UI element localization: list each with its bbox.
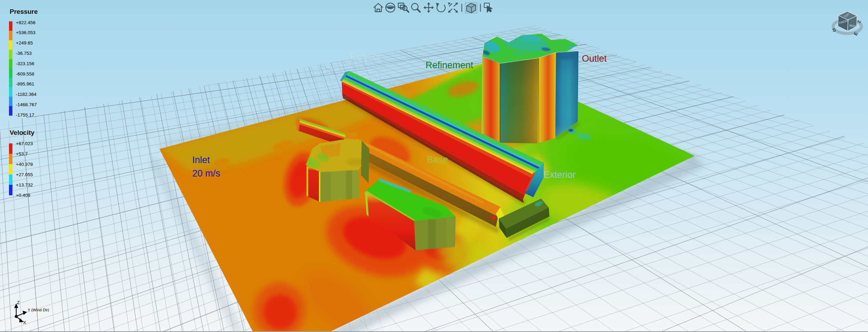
- svg-text:-609.558: -609.558: [16, 71, 34, 77]
- svg-text:Y (Wind Dir): Y (Wind Dir): [28, 308, 49, 312]
- svg-text:+822.456: +822.456: [16, 20, 36, 25]
- svg-text:+13.732: +13.732: [16, 182, 33, 188]
- svg-text:20 m/s: 20 m/s: [192, 168, 220, 179]
- svg-text:Pressure: Pressure: [10, 8, 38, 15]
- svg-text:Outlet: Outlet: [582, 53, 607, 64]
- svg-text:Base: Base: [427, 154, 448, 165]
- svg-text:+249.65: +249.65: [16, 40, 33, 46]
- svg-text:Refinement: Refinement: [426, 60, 474, 70]
- svg-text:X: X: [23, 320, 26, 325]
- svg-text:Inlet: Inlet: [192, 155, 210, 165]
- svg-text:-1182.364: -1182.364: [16, 92, 37, 97]
- svg-text:+53.7: +53.7: [16, 151, 28, 157]
- svg-text:Exterior: Exterior: [350, 51, 381, 61]
- svg-text:-895.961: -895.961: [16, 81, 34, 87]
- svg-text:-323.156: -323.156: [16, 61, 34, 66]
- svg-text:+536.053: +536.053: [16, 30, 36, 35]
- svg-text:+27.055: +27.055: [16, 172, 33, 177]
- svg-text:-1755.17: -1755.17: [16, 112, 34, 118]
- svg-text:+40.378: +40.378: [16, 162, 33, 167]
- svg-text:+0.409: +0.409: [16, 193, 30, 198]
- svg-text:-1468.767: -1468.767: [16, 102, 37, 107]
- svg-text:-36.753: -36.753: [16, 51, 32, 56]
- svg-text:Velocity: Velocity: [10, 129, 35, 136]
- svg-text:Exterior: Exterior: [544, 170, 576, 180]
- svg-text:+67.023: +67.023: [16, 141, 33, 146]
- svg-text:Exterior: Exterior: [427, 37, 455, 47]
- svg-text:Z: Z: [17, 300, 20, 305]
